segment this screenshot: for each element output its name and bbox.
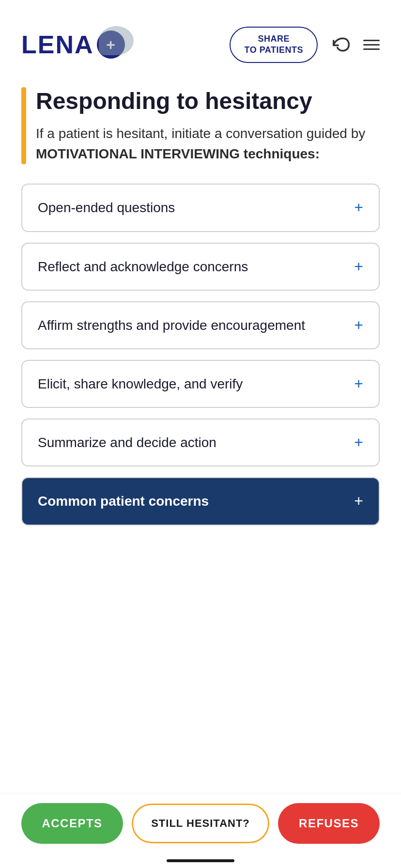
accordion-item-affirm[interactable]: Affirm strengths and provide encourageme… xyxy=(21,301,380,349)
accepts-button[interactable]: ACCEPTS xyxy=(21,803,123,844)
hero-content: Responding to hesitancy If a patient is … xyxy=(36,87,380,165)
logo-wrapper: LENA xyxy=(21,30,125,59)
accordion-label: Open-ended questions xyxy=(38,198,344,217)
accordion-label: Common patient concerns xyxy=(38,492,344,511)
undo-icon xyxy=(331,35,350,54)
yellow-bar xyxy=(21,87,26,165)
share-to-patients-button[interactable]: SHARE TO PATIENTS xyxy=(230,27,318,63)
app-header: LENA SHARE TO PATIENTS xyxy=(0,0,401,73)
accordion-plus-icon: + xyxy=(354,434,363,451)
accordion-item-elicit[interactable]: Elicit, share knowledge, and verify + xyxy=(21,360,380,408)
accordion-label: Summarize and decide action xyxy=(38,433,344,452)
accordion-plus-icon: + xyxy=(354,492,363,510)
hero-section: Responding to hesitancy If a patient is … xyxy=(0,73,401,174)
accordion-item-summarize[interactable]: Summarize and decide action + xyxy=(21,418,380,466)
home-indicator xyxy=(167,859,234,862)
logo: LENA xyxy=(21,30,125,59)
accordion-plus-icon: + xyxy=(354,375,363,393)
accordion-label: Affirm strengths and provide encourageme… xyxy=(38,316,344,335)
refuses-label: REFUSES xyxy=(299,817,359,830)
header-actions: SHARE TO PATIENTS xyxy=(230,27,380,63)
accordion-item-common-concerns[interactable]: Common patient concerns + xyxy=(21,477,380,525)
logo-bubble xyxy=(99,26,134,55)
share-btn-label: SHARE TO PATIENTS xyxy=(244,33,303,56)
accepts-label: ACCEPTS xyxy=(42,817,102,830)
hesitant-label: STILL HESITANT? xyxy=(151,817,250,829)
accordion-label: Elicit, share knowledge, and verify xyxy=(38,374,344,393)
bottom-action-bar: ACCEPTS STILL HESITANT? REFUSES xyxy=(0,793,401,868)
accordion-plus-icon: + xyxy=(354,316,363,334)
accordion-plus-icon: + xyxy=(354,199,363,217)
accordion-plus-icon: + xyxy=(354,258,363,276)
hero-description: If a patient is hesitant, initiate a con… xyxy=(36,124,380,164)
undo-button[interactable] xyxy=(331,35,350,54)
menu-button[interactable] xyxy=(363,40,380,50)
still-hesitant-button[interactable]: STILL HESITANT? xyxy=(132,804,269,843)
hamburger-icon xyxy=(363,40,380,50)
accordion-item-open-ended[interactable]: Open-ended questions + xyxy=(21,184,380,232)
accordion-label: Reflect and acknowledge concerns xyxy=(38,257,344,276)
logo-text: LENA xyxy=(21,30,94,59)
accordion-item-reflect[interactable]: Reflect and acknowledge concerns + xyxy=(21,243,380,291)
refuses-button[interactable]: REFUSES xyxy=(278,803,380,844)
accordion-section: Open-ended questions + Reflect and ackno… xyxy=(0,174,401,545)
hero-title: Responding to hesitancy xyxy=(36,87,380,115)
